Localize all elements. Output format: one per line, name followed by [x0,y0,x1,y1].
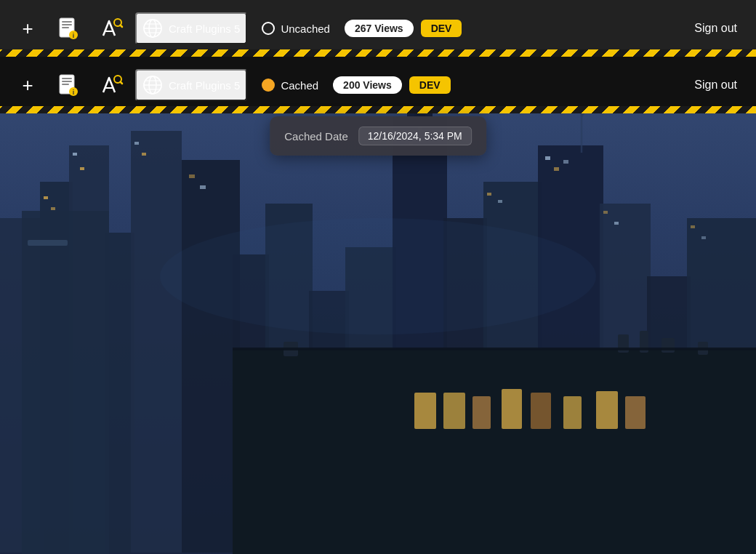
svg-rect-47 [487,193,491,196]
add-button-1[interactable]: + [12,12,44,44]
site-link-1[interactable]: Craft Plugins 5 [135,12,247,44]
svg-rect-9 [73,153,77,156]
svg-rect-44 [545,156,550,160]
svg-rect-39 [596,391,618,429]
svg-rect-62 [62,24,72,25]
svg-rect-50 [614,222,619,225]
svg-rect-61 [62,21,72,23]
svg-rect-36 [502,389,522,429]
svg-rect-4 [105,233,134,553]
cached-date-tooltip: Cached Date 12/16/2024, 5:34 PM [270,116,486,156]
svg-rect-32 [233,349,756,554]
svg-rect-52 [701,236,706,239]
cached-toggle[interactable]: Cached [254,76,326,95]
sign-out-button-2[interactable]: Sign out [687,74,744,96]
svg-rect-51 [691,225,695,228]
guide-icon-button-1[interactable]: i [51,11,86,46]
svg-rect-49 [603,211,608,214]
svg-rect-74 [62,81,72,82]
dev-badge-1[interactable]: DEV [421,20,462,37]
svg-rect-12 [142,153,146,156]
svg-rect-11 [134,142,139,145]
guide-icon-button-2[interactable]: i [51,68,86,103]
svg-rect-10 [80,167,84,170]
globe-icon-1 [142,18,163,39]
svg-rect-38 [563,396,582,429]
views-badge-1[interactable]: 267 Views [345,20,414,37]
svg-rect-37 [531,393,551,429]
guide-icon-2: i [57,73,80,97]
guide-icon-1: i [57,17,80,40]
svg-rect-75 [62,84,69,85]
tooltip-value: 12/16/2024, 5:34 PM [358,127,472,145]
svg-rect-63 [62,27,69,28]
toolbar-1: + i Craft Plugins 5 [0,0,756,57]
cached-label: Cached [281,79,318,92]
svg-rect-34 [443,393,465,429]
svg-rect-40 [625,396,646,429]
globe-icon-2 [142,75,163,95]
uncached-label: Uncached [281,23,330,35]
svg-text:i: i [73,32,75,39]
seo-icon-1 [97,15,124,41]
toolbar-2: + i Craft Plugins 5 [0,57,756,113]
seo-icon-button-1[interactable] [93,11,128,46]
svg-rect-8 [51,207,55,210]
svg-rect-16 [28,240,68,246]
cached-radio-dot [262,79,275,92]
svg-rect-7 [44,196,48,199]
svg-rect-73 [62,78,72,79]
svg-rect-35 [472,396,491,429]
seo-icon-2 [97,72,124,98]
site-name-2: Craft Plugins 5 [169,79,240,92]
svg-rect-58 [233,348,756,350]
uncached-radio-circle [262,22,275,35]
svg-rect-45 [554,167,559,171]
svg-rect-13 [189,174,195,178]
views-badge-2[interactable]: 200 Views [333,76,402,94]
site-link-2[interactable]: Craft Plugins 5 [135,69,247,101]
add-button-2[interactable]: + [12,69,44,101]
svg-rect-5 [131,131,182,553]
svg-rect-6 [182,160,240,553]
svg-rect-15 [22,211,109,554]
svg-rect-48 [498,200,502,203]
dev-badge-2[interactable]: DEV [409,76,451,94]
seo-icon-button-2[interactable] [93,68,128,103]
svg-rect-33 [414,393,436,429]
site-name-1: Craft Plugins 5 [169,23,240,35]
tooltip-label: Cached Date [284,130,348,142]
svg-rect-46 [563,160,568,164]
svg-text:i: i [73,89,75,96]
svg-point-59 [160,218,596,334]
uncached-toggle[interactable]: Uncached [254,19,337,38]
sign-out-button-1[interactable]: Sign out [687,17,744,39]
svg-rect-14 [200,185,206,189]
